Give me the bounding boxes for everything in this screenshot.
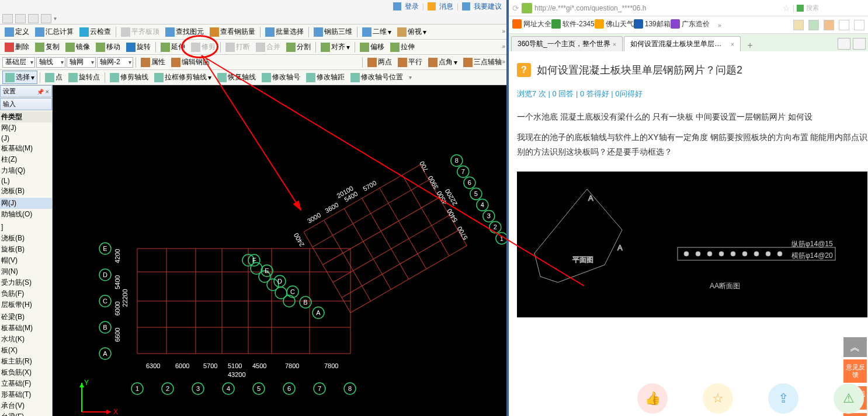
component-list-item[interactable]: (J) — [0, 134, 52, 143]
tab-tool-button[interactable] — [853, 38, 866, 50]
find-element-button[interactable]: 查找图元 — [163, 26, 206, 38]
component-list-item[interactable]: 力墙(Q) — [0, 165, 52, 176]
quick-button[interactable] — [41, 14, 51, 23]
component-list-item[interactable]: 立基础(F) — [0, 378, 52, 389]
message-link[interactable]: 消息 — [439, 2, 453, 12]
ext-button[interactable] — [808, 20, 819, 30]
rotate-button[interactable]: 旋转 — [124, 41, 153, 53]
quick-button[interactable] — [2, 14, 13, 23]
parallel-button[interactable]: 平行 — [395, 56, 425, 68]
2d-view-dropdown[interactable]: 二维 ▾ — [360, 26, 394, 38]
quick-button[interactable] — [15, 14, 26, 23]
suggest-link[interactable]: 我要建议 — [474, 2, 502, 12]
grid-select[interactable]: 轴网 — [67, 57, 96, 68]
like-button[interactable]: 👍 — [637, 383, 668, 414]
component-list-item[interactable]: 浇板(B) — [0, 233, 52, 244]
component-list-item[interactable]: 柱(Z) — [0, 154, 52, 165]
component-list-item[interactable]: 水坑(K) — [0, 334, 52, 345]
pin-icon[interactable]: 📌 — [37, 89, 44, 95]
component-list-item[interactable]: 浇板(B) — [0, 186, 52, 197]
component-list-item[interactable]: 帽(V) — [0, 255, 52, 266]
rotatepoint-button[interactable]: 旋转点 — [66, 71, 102, 83]
report-button[interactable]: ⚠ — [834, 383, 864, 414]
move-button[interactable]: 移动 — [93, 41, 123, 53]
browser-tab[interactable]: 360导航_一个主页，整个世界× — [511, 36, 623, 51]
mirror-button[interactable]: 镜像 — [63, 41, 92, 53]
share-button[interactable]: ⇪ — [768, 383, 798, 414]
bookmark-item[interactable]: 139邮箱 — [634, 19, 671, 29]
top-view-dropdown[interactable]: 俯视 ▾ — [395, 26, 429, 38]
twopoint-button[interactable]: 两点 — [365, 56, 394, 68]
property-button[interactable]: 属性 — [138, 56, 168, 68]
close-icon[interactable]: × — [46, 88, 49, 95]
balance-button[interactable]: 平齐板顶 — [119, 26, 162, 38]
mod-dist-button[interactable]: 修改轴距 — [304, 71, 347, 83]
edit-rebar-button[interactable]: 编辑钢筋 — [169, 56, 212, 68]
restore-axis-button[interactable]: 恢复轴线 — [215, 71, 258, 83]
bookmark-item[interactable]: 网址大全 — [512, 19, 551, 29]
sumcalc-button[interactable]: 汇总计算 — [33, 26, 76, 38]
ext-button[interactable] — [793, 20, 804, 30]
tab-tool-button[interactable] — [838, 38, 850, 50]
scroll-top-button[interactable]: ︽ — [843, 337, 867, 357]
view-rebar-button[interactable]: 查看钢筋量 — [207, 26, 258, 38]
mod-pos-button[interactable]: 修改轴号位置 — [348, 71, 405, 83]
feedback-button[interactable]: 意见反馈 — [843, 359, 867, 383]
component-list-item[interactable]: 承台(V) — [0, 400, 52, 411]
bookmark-item[interactable]: 软件-2345 — [551, 19, 595, 29]
component-list-item[interactable]: 台梁(F) — [0, 411, 52, 416]
component-list-item[interactable]: 板负筋(X) — [0, 367, 52, 378]
component-list-item[interactable]: 板主筋(R) — [0, 356, 52, 367]
ext-button[interactable] — [854, 20, 864, 30]
component-list-item[interactable]: 洞(N) — [0, 266, 52, 277]
define-button[interactable]: 定义 — [2, 26, 32, 38]
break-button[interactable]: 打断 — [223, 41, 252, 53]
stretch-button[interactable]: 拉伸 — [388, 41, 417, 53]
bookmark-item[interactable]: 广东造价 — [671, 19, 710, 29]
close-tab-icon[interactable]: × — [613, 41, 616, 48]
offset-button[interactable]: 偏移 — [357, 41, 387, 53]
axis-select[interactable]: 轴线 — [36, 57, 65, 68]
component-list-item[interactable]: 板(X) — [0, 345, 52, 356]
box-trim-button[interactable]: 拉框修剪轴线 ▾ — [152, 71, 214, 83]
new-tab-button[interactable]: + — [744, 40, 756, 51]
login-link[interactable]: 登录 — [405, 2, 419, 12]
address-bar[interactable]: ⟳ http://e.***gi*.com/question_****06.h … — [509, 0, 868, 16]
threeaux-button[interactable]: 三点辅轴 — [461, 56, 504, 68]
bookmark-star-icon[interactable]: ☆ — [783, 4, 790, 13]
close-tab-icon[interactable]: × — [731, 41, 734, 48]
component-list-item[interactable]: ] — [0, 222, 52, 232]
trim-button[interactable]: 修剪 — [189, 41, 218, 53]
component-list-item[interactable]: 板基础(M) — [0, 323, 52, 334]
floor-select[interactable]: 基础层 — [2, 57, 35, 68]
gridnum-select[interactable]: 轴网-2 — [97, 57, 133, 68]
component-list-item[interactable]: 助轴线(O) — [0, 209, 52, 220]
point-button[interactable]: 点 — [43, 71, 65, 83]
align-button[interactable]: 对齐 ▾ — [318, 41, 352, 53]
copy-button[interactable]: 复制 — [33, 41, 62, 53]
quick-button[interactable] — [28, 14, 39, 23]
ptangle-button[interactable]: 点角 ▾ — [426, 56, 460, 68]
component-list-item[interactable]: (L) — [0, 176, 52, 186]
extend-button[interactable]: 延伸 — [158, 41, 188, 53]
component-list-item[interactable]: 砼梁(B) — [0, 312, 52, 323]
rebar-3d-button[interactable]: 钢筋三维 — [311, 26, 355, 38]
component-list-item[interactable]: 板基础(M) — [0, 143, 52, 154]
component-list-item[interactable]: 受力筋(S) — [0, 277, 52, 288]
component-list-item[interactable]: 旋板(B) — [0, 244, 52, 255]
question-attachment-image[interactable]: 平面图 A A 纵筋φ14@15 横筋φ14@20 AA断 — [517, 172, 867, 317]
search-hint[interactable]: 搜索 — [806, 4, 864, 12]
select-tool-button[interactable]: 选择 ▾ — [2, 71, 37, 84]
bookmark-item[interactable]: 佛山天气 — [595, 19, 634, 29]
ext-button[interactable] — [839, 20, 849, 30]
batch-select-button[interactable]: 批量选择 — [263, 26, 306, 38]
component-list-item[interactable]: 网(J) — [0, 123, 52, 134]
split-button[interactable]: 分割 — [284, 41, 313, 53]
merge-button[interactable]: 合并 — [254, 41, 283, 53]
mod-num-button[interactable]: 修改轴号 — [259, 71, 303, 83]
trim-axis-button[interactable]: 修剪轴线 — [107, 71, 151, 83]
delete-button[interactable]: 删除 — [2, 41, 32, 53]
ext-button[interactable] — [824, 20, 834, 30]
cad-canvas[interactable]: 630060005700 5100450078007800 43200 6600… — [53, 85, 506, 416]
component-list-item[interactable]: 层板带(H) — [0, 299, 52, 310]
